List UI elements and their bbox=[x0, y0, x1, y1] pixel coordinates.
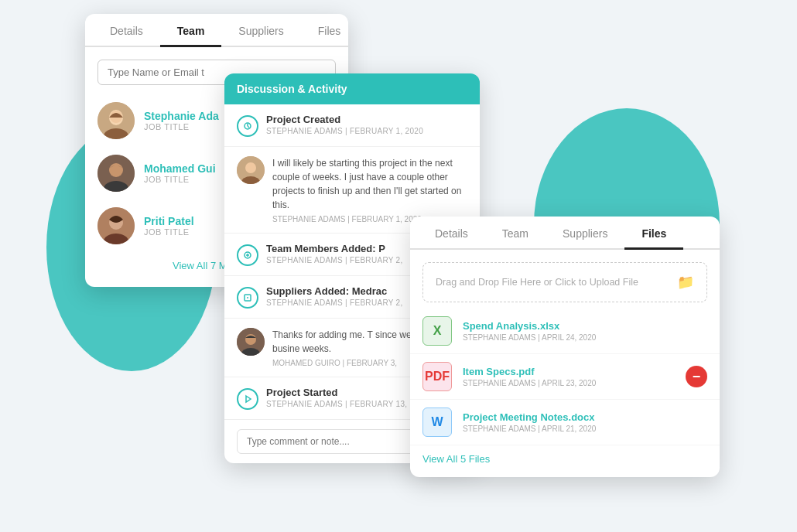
view-all-files-link[interactable]: View All 5 Files bbox=[422, 453, 707, 465]
file-meta: STEPHANIE ADAMS | APRIL 24, 2020 bbox=[463, 333, 596, 342]
file-info: Spend Analysis.xlsx STEPHANIE ADAMS | AP… bbox=[463, 320, 596, 342]
xlsx-icon: X bbox=[422, 316, 452, 346]
act-name: Suppliers Added: Medrac bbox=[266, 285, 403, 297]
activity-item: Project Created STEPHANIE ADAMS | FEBRUA… bbox=[224, 104, 480, 147]
svg-marker-24 bbox=[246, 396, 251, 402]
member-name: Stephanie Ada bbox=[144, 110, 219, 122]
svg-point-14 bbox=[245, 162, 256, 173]
file-meta: STEPHANIE ADAMS | APRIL 23, 2020 bbox=[463, 379, 596, 387]
folder-icon: 📁 bbox=[677, 274, 694, 291]
comment-avatar bbox=[237, 156, 265, 184]
activity-content: Team Members Added: P STEPHANIE ADAMS | … bbox=[266, 243, 403, 264]
act-meta: STEPHANIE ADAMS | FEBRUARY 2, bbox=[266, 298, 403, 307]
upload-zone[interactable]: Drag and Drop File Here or Click to Uplo… bbox=[422, 262, 707, 302]
tab-team[interactable]: Team bbox=[160, 14, 222, 47]
files-tab-files[interactable]: Files bbox=[624, 217, 683, 250]
svg-point-5 bbox=[109, 163, 123, 177]
file-meta: STEPHANIE ADAMS | APRIL 21, 2020 bbox=[463, 425, 596, 433]
activity-icon bbox=[237, 115, 258, 137]
act-meta: STEPHANIE ADAMS | FEBRUARY 13, bbox=[266, 400, 407, 408]
activity-content: Suppliers Added: Medrac STEPHANIE ADAMS … bbox=[266, 285, 403, 307]
comment-content: I will likely be starting this project i… bbox=[272, 156, 467, 223]
tab-suppliers[interactable]: Suppliers bbox=[221, 14, 300, 47]
activity-icon bbox=[237, 287, 258, 309]
file-info: Item Specs.pdf STEPHANIE ADAMS | APRIL 2… bbox=[463, 366, 596, 387]
avatar bbox=[97, 207, 135, 244]
member-job: JOB TITLE bbox=[144, 122, 219, 131]
file-name[interactable]: Spend Analysis.xlsx bbox=[463, 320, 596, 332]
files-tab-details[interactable]: Details bbox=[418, 217, 485, 250]
activity-title: Project Created STEPHANIE ADAMS | FEBRUA… bbox=[237, 114, 467, 137]
files-tab-suppliers[interactable]: Suppliers bbox=[546, 217, 624, 250]
act-name: Project Created bbox=[266, 114, 423, 125]
file-item: X Spend Analysis.xlsx STEPHANIE ADAMS | … bbox=[410, 309, 720, 354]
activity-icon bbox=[237, 388, 258, 410]
act-name: Project Started bbox=[266, 387, 407, 398]
member-info: Stephanie Ada JOB TITLE bbox=[144, 110, 219, 131]
file-name[interactable]: Project Meeting Notes.docx bbox=[463, 411, 596, 423]
svg-line-12 bbox=[248, 126, 249, 128]
activity-content: Project Started STEPHANIE ADAMS | FEBRUA… bbox=[266, 387, 407, 408]
member-info: Priti Patel JOB TITLE bbox=[144, 215, 194, 237]
delete-button[interactable]: − bbox=[686, 366, 707, 387]
pdf-icon: PDF bbox=[422, 362, 452, 391]
act-name: Team Members Added: P bbox=[266, 243, 403, 254]
activity-icon bbox=[237, 244, 258, 266]
tab-files[interactable]: Files bbox=[301, 14, 358, 47]
member-job: JOB TITLE bbox=[144, 227, 194, 237]
docx-icon: W bbox=[422, 408, 452, 437]
discussion-header: Discussion & Activity bbox=[224, 73, 480, 104]
files-tab-team[interactable]: Team bbox=[485, 217, 546, 250]
file-name[interactable]: Item Specs.pdf bbox=[463, 366, 596, 377]
member-name: Mohamed Gui bbox=[144, 162, 216, 175]
comment-avatar bbox=[237, 328, 265, 356]
files-panel-tabs: Details Team Suppliers Files bbox=[410, 217, 720, 250]
team-panel-tabs: Details Team Suppliers Files bbox=[85, 14, 348, 47]
file-item: PDF Item Specs.pdf STEPHANIE ADAMS | APR… bbox=[410, 354, 720, 400]
comment-text: I will likely be starting this project i… bbox=[272, 156, 467, 212]
file-item: W Project Meeting Notes.docx STEPHANIE A… bbox=[410, 400, 720, 445]
avatar bbox=[97, 155, 135, 192]
member-info: Mohamed Gui JOB TITLE bbox=[144, 162, 216, 184]
tab-details[interactable]: Details bbox=[93, 14, 160, 47]
avatar bbox=[97, 102, 135, 139]
act-meta: STEPHANIE ADAMS | FEBRUARY 1, 2020 bbox=[266, 127, 423, 135]
member-name: Priti Patel bbox=[144, 215, 194, 227]
files-panel: Details Team Suppliers Files Drag and Dr… bbox=[410, 217, 720, 477]
file-info: Project Meeting Notes.docx STEPHANIE ADA… bbox=[463, 411, 596, 433]
upload-label: Drag and Drop File Here or Click to Uplo… bbox=[436, 277, 638, 288]
activity-content: Project Created STEPHANIE ADAMS | FEBRUA… bbox=[266, 114, 423, 135]
member-job: JOB TITLE bbox=[144, 175, 216, 184]
act-meta: STEPHANIE ADAMS | FEBRUARY 2, bbox=[266, 256, 403, 264]
